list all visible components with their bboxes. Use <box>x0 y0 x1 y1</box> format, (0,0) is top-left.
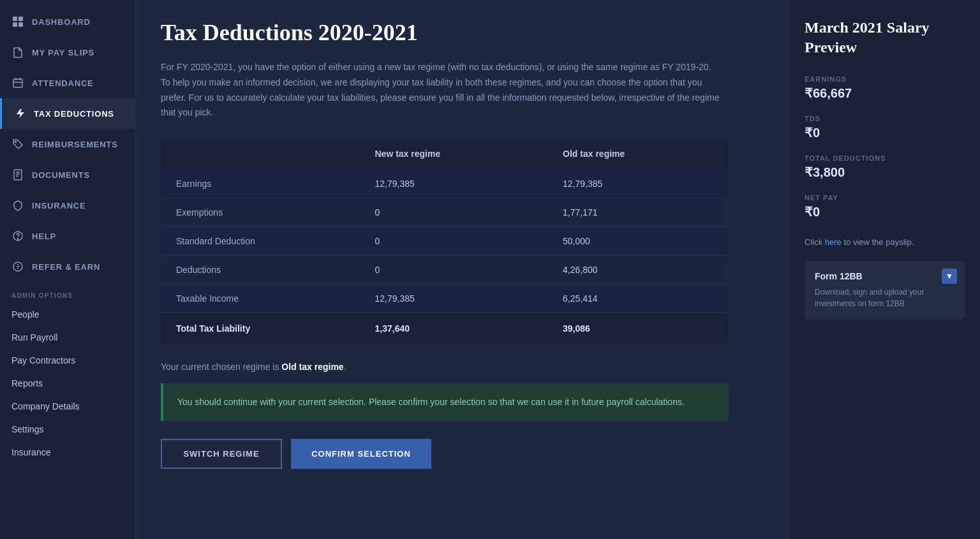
row-old-regime: 50,000 <box>547 227 729 256</box>
sidebar-admin-item-settings[interactable]: Settings <box>0 418 135 441</box>
bolt-icon <box>13 107 26 120</box>
sidebar-item-reimbursements[interactable]: REIMBURSEMENTS <box>0 129 135 159</box>
sidebar-item-my-pay-slips[interactable]: MY PAY SLIPS <box>0 37 135 68</box>
sidebar-item-label: REIMBURSEMENTS <box>32 140 118 149</box>
regime-info: Your current chosen regime is Old tax re… <box>161 362 763 372</box>
svg-rect-1 <box>19 17 23 21</box>
footer-new-regime: 1,37,640 <box>360 313 548 344</box>
sidebar-item-refer-earn[interactable]: REFER & EARN <box>0 251 135 282</box>
payslip-link[interactable]: here <box>825 237 842 247</box>
col-header-old: Old tax regime <box>547 138 729 170</box>
sidebar-item-label: INSURANCE <box>32 201 85 210</box>
right-panel: March 2021 Salary Preview EARNINGS ₹66,6… <box>789 0 980 539</box>
salary-item-tds: TDS ₹0 <box>805 115 965 140</box>
sidebar-item-dashboard[interactable]: DASHBOARD <box>0 6 135 37</box>
form-card-title: Form 12BB <box>815 271 954 281</box>
salary-item-net-pay: NET PAY ₹0 <box>805 194 965 219</box>
sidebar-item-help[interactable]: HELP <box>0 221 135 251</box>
svg-rect-0 <box>13 17 17 21</box>
confirm-selection-button[interactable]: CONFIRM SELECTION <box>291 439 431 469</box>
sidebar-item-documents[interactable]: DOCUMENTS <box>0 159 135 190</box>
svg-point-8 <box>17 239 18 239</box>
sidebar-admin-item-reports[interactable]: Reports <box>0 372 135 395</box>
grid-icon <box>11 15 24 28</box>
sidebar-item-label: DASHBOARD <box>32 17 91 27</box>
row-new-regime: 12,79,385 <box>360 284 548 313</box>
main-content: Tax Deductions 2020-2021 For FY 2020-202… <box>135 0 789 539</box>
row-new-regime: 12,79,385 <box>360 170 548 198</box>
form-card-desc: Download, sign and upload your investmen… <box>815 286 954 309</box>
salary-value: ₹0 <box>805 125 965 140</box>
row-label: Exemptions <box>161 198 360 227</box>
advice-box: You should continue with your current se… <box>161 383 729 420</box>
action-buttons: SWITCH REGIME CONFIRM SELECTION <box>161 439 729 469</box>
row-label: Deductions <box>161 256 360 284</box>
salary-label: TDS <box>805 115 965 122</box>
sidebar-admin-item-company-details[interactable]: Company Details <box>0 395 135 418</box>
table-row: Deductions 0 4,26,800 <box>161 256 729 284</box>
tag-icon <box>11 138 24 151</box>
question-icon <box>11 230 24 242</box>
form-card[interactable]: ▼ Form 12BB Download, sign and upload yo… <box>805 261 965 320</box>
col-header-empty <box>161 138 360 170</box>
sidebar: DASHBOARD MY PAY SLIPS ATTENDANCE TAX DE… <box>0 0 135 539</box>
salary-value: ₹0 <box>805 204 965 219</box>
svg-point-5 <box>15 142 17 143</box>
row-old-regime: 12,79,385 <box>547 170 729 198</box>
salary-value: ₹3,800 <box>805 165 965 180</box>
coin-icon <box>11 260 24 273</box>
salary-label: EARNINGS <box>805 75 965 83</box>
sidebar-admin-item-people[interactable]: People <box>0 303 135 326</box>
sidebar-item-label: TAX DEDUCTIONS <box>34 109 114 119</box>
svg-rect-3 <box>19 22 23 27</box>
salary-label: NET PAY <box>805 194 965 202</box>
row-label: Taxable Income <box>161 284 360 313</box>
shield-icon <box>11 199 24 212</box>
col-header-new: New tax regime <box>360 138 548 170</box>
sidebar-admin-item-run-payroll[interactable]: Run Payroll <box>0 326 135 349</box>
salary-preview-title: March 2021 Salary Preview <box>805 18 965 57</box>
sidebar-item-attendance[interactable]: ATTENDANCE <box>0 68 135 98</box>
salary-item-total-deductions: TOTAL DEDUCTIONS ₹3,800 <box>805 154 965 180</box>
sidebar-item-label: HELP <box>32 232 56 241</box>
table-row: Earnings 12,79,385 12,79,385 <box>161 170 729 198</box>
doc-icon <box>11 168 24 181</box>
salary-label: TOTAL DEDUCTIONS <box>805 154 965 162</box>
table-row: Standard Deduction 0 50,000 <box>161 227 729 256</box>
download-icon: ▼ <box>942 269 957 284</box>
admin-section-label: ADMIN OPTIONS <box>0 282 135 303</box>
footer-label: Total Tax Liability <box>161 313 360 344</box>
svg-rect-2 <box>13 22 17 27</box>
calendar-icon <box>11 77 24 89</box>
sidebar-item-label: DOCUMENTS <box>32 170 90 180</box>
description: For FY 2020-2021, you have the option of… <box>161 60 722 121</box>
row-old-regime: 1,77,171 <box>547 198 729 227</box>
svg-rect-6 <box>14 170 22 180</box>
svg-rect-4 <box>13 79 22 87</box>
sidebar-admin-item-pay-contractors[interactable]: Pay Contractors <box>0 349 135 372</box>
row-label: Standard Deduction <box>161 227 360 256</box>
payslip-link-text: Click here to view the payslip. <box>805 237 965 247</box>
page-title: Tax Deductions 2020-2021 <box>161 19 763 46</box>
footer-old-regime: 39,086 <box>547 313 729 344</box>
file-icon <box>11 46 24 59</box>
sidebar-item-label: ATTENDANCE <box>32 78 94 88</box>
row-new-regime: 0 <box>360 227 548 256</box>
row-new-regime: 0 <box>360 256 548 284</box>
sidebar-item-label: MY PAY SLIPS <box>32 48 94 57</box>
sidebar-admin-item-insurance-admin[interactable]: Insurance <box>0 441 135 464</box>
salary-value: ₹66,667 <box>805 85 965 101</box>
salary-item-earnings: EARNINGS ₹66,667 <box>805 75 965 101</box>
table-row: Exemptions 0 1,77,171 <box>161 198 729 227</box>
row-new-regime: 0 <box>360 198 548 227</box>
tax-table: New tax regime Old tax regime Earnings 1… <box>161 138 729 344</box>
sidebar-item-label: REFER & EARN <box>32 262 100 272</box>
switch-regime-button[interactable]: SWITCH REGIME <box>161 439 282 469</box>
sidebar-item-insurance[interactable]: INSURANCE <box>0 190 135 221</box>
table-row: Taxable Income 12,79,385 6,25,414 <box>161 284 729 313</box>
row-old-regime: 4,26,800 <box>547 256 729 284</box>
sidebar-item-tax-deductions[interactable]: TAX DEDUCTIONS <box>0 98 135 129</box>
advice-text: You should continue with your current se… <box>177 395 715 409</box>
row-old-regime: 6,25,414 <box>547 284 729 313</box>
row-label: Earnings <box>161 170 360 198</box>
